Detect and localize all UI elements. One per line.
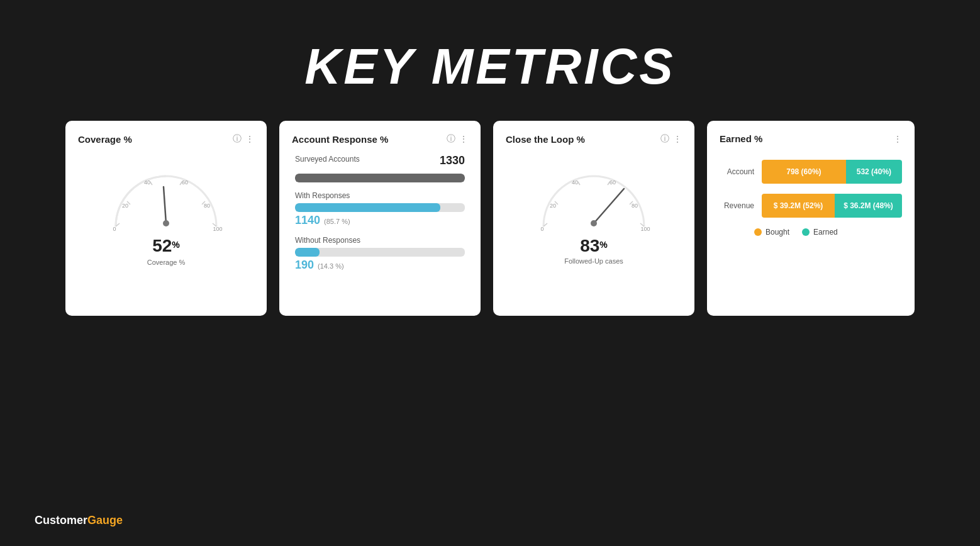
account-row-label: Account [720, 167, 754, 176]
without-responses-fill [295, 248, 320, 257]
svg-text:80: 80 [204, 203, 210, 209]
revenue-chart-row: Revenue $ 39.2M (52%) $ 36.2M (48%) [720, 194, 902, 218]
revenue-row-label: Revenue [720, 201, 754, 210]
svg-line-14 [594, 189, 624, 223]
account-response-icons: ⓘ ⋮ [447, 133, 468, 145]
surveyed-bar-track [295, 174, 465, 182]
coverage-gauge-container: 0 20 40 60 80 100 52% Coverage % [78, 154, 254, 272]
revenue-earned-seg: $ 36.2M (48%) [835, 194, 902, 218]
footer: CustomerGauge [35, 514, 123, 527]
main-title: KEY METRICS [0, 38, 980, 96]
with-responses-value: 1140 [295, 214, 320, 227]
earned-header: Earned % ⋮ [720, 133, 902, 144]
with-responses-bar-row: With Responses 1140 (85.7 %) [295, 191, 465, 227]
more-icon-ar[interactable]: ⋮ [459, 134, 468, 144]
logo-customer: Customer [35, 514, 87, 526]
account-response-bars: Surveyed Accounts 1330 With Responses 11… [292, 154, 468, 272]
footer-logo: CustomerGauge [35, 514, 123, 527]
more-icon[interactable]: ⋮ [245, 134, 254, 144]
svg-text:80: 80 [632, 203, 638, 209]
info-icon-ar[interactable]: ⓘ [447, 133, 455, 145]
close-loop-icons: ⓘ ⋮ [660, 133, 682, 145]
bought-legend-dot [754, 228, 762, 236]
svg-point-7 [163, 220, 169, 226]
coverage-card-icons: ⓘ ⋮ [233, 133, 254, 145]
coverage-gauge-svg: 0 20 40 60 80 100 [103, 160, 229, 236]
earned-icons: ⋮ [893, 134, 902, 144]
coverage-card: Coverage % ⓘ ⋮ 0 20 40 60 80 100 [65, 121, 267, 316]
surveyed-value: 1330 [440, 154, 465, 167]
without-responses-value-row: 190 (14.3 %) [295, 259, 465, 272]
legend-bought: Bought [754, 228, 789, 237]
earned-legend: Bought Earned [720, 228, 902, 237]
earned-legend-dot [802, 228, 810, 236]
logo-gauge: Gauge [87, 514, 123, 526]
svg-text:0: 0 [113, 226, 116, 232]
close-loop-sublabel: Followed-Up cases [564, 257, 623, 265]
page-title-section: KEY METRICS [0, 0, 980, 121]
without-responses-bar-row: Without Responses 190 (14.3 %) [295, 236, 465, 272]
svg-text:20: 20 [550, 203, 556, 209]
legend-earned: Earned [802, 228, 838, 237]
coverage-value: 52% [152, 236, 180, 256]
revenue-bought-seg: $ 39.2M (52%) [762, 194, 835, 218]
close-loop-gauge-container: 0 20 40 60 80 100 83% Followed-Up cases [506, 154, 682, 271]
account-stacked-bar: 798 (60%) 532 (40%) [762, 160, 902, 184]
surveyed-label-row: Surveyed Accounts 1330 [295, 154, 465, 167]
info-icon[interactable]: ⓘ [233, 133, 242, 145]
bought-legend-label: Bought [766, 228, 789, 237]
account-bought-seg: 798 (60%) [762, 160, 846, 184]
svg-text:20: 20 [122, 203, 128, 209]
with-responses-track [295, 203, 465, 212]
with-responses-pct: (85.7 %) [324, 218, 350, 225]
revenue-stacked-bar: $ 39.2M (52%) $ 36.2M (48%) [762, 194, 902, 218]
account-chart-row: Account 798 (60%) 532 (40%) [720, 160, 902, 184]
coverage-label: Coverage % [147, 259, 186, 266]
with-responses-label: With Responses [295, 191, 465, 200]
coverage-card-title: Coverage % [78, 134, 132, 145]
svg-text:40: 40 [144, 179, 150, 186]
svg-text:60: 60 [182, 179, 188, 186]
account-response-card: Account Response % ⓘ ⋮ Surveyed Accounts… [279, 121, 481, 316]
svg-text:40: 40 [572, 179, 578, 186]
close-loop-header: Close the Loop % ⓘ ⋮ [506, 133, 682, 145]
account-earned-seg: 532 (40%) [846, 160, 902, 184]
info-icon-cl[interactable]: ⓘ [660, 133, 669, 145]
close-loop-value: 83% [580, 236, 608, 256]
earned-card: Earned % ⋮ Account 798 (60%) 532 (40%) R… [707, 121, 915, 316]
svg-text:100: 100 [640, 226, 650, 232]
without-responses-pct: (14.3 %) [318, 262, 344, 270]
svg-point-15 [591, 220, 597, 226]
earned-legend-label: Earned [813, 228, 838, 237]
close-loop-gauge-svg: 0 20 40 60 80 100 [531, 160, 657, 236]
account-response-header: Account Response % ⓘ ⋮ [292, 133, 468, 145]
without-responses-value: 190 [295, 259, 314, 272]
surveyed-label: Surveyed Accounts [295, 155, 360, 164]
earned-title: Earned % [720, 133, 762, 144]
account-response-title: Account Response % [292, 134, 388, 145]
close-loop-card: Close the Loop % ⓘ ⋮ 0 20 40 60 80 100 [493, 121, 694, 316]
with-responses-fill [295, 203, 440, 212]
surveyed-bar-row: Surveyed Accounts 1330 [295, 154, 465, 182]
without-responses-track [295, 248, 465, 257]
surveyed-bar-fill [295, 174, 465, 182]
earned-chart: Account 798 (60%) 532 (40%) Revenue $ 39… [720, 153, 902, 243]
without-responses-label: Without Responses [295, 236, 465, 245]
svg-text:100: 100 [213, 226, 222, 232]
svg-text:0: 0 [540, 226, 543, 232]
coverage-card-header: Coverage % ⓘ ⋮ [78, 133, 254, 145]
svg-line-6 [164, 187, 166, 223]
close-loop-title: Close the Loop % [506, 134, 585, 145]
more-icon-e[interactable]: ⋮ [893, 134, 902, 144]
with-responses-value-row: 1140 (85.7 %) [295, 214, 465, 227]
more-icon-cl[interactable]: ⋮ [673, 134, 682, 144]
cards-row: Coverage % ⓘ ⋮ 0 20 40 60 80 100 [0, 121, 980, 316]
svg-text:60: 60 [610, 179, 616, 186]
